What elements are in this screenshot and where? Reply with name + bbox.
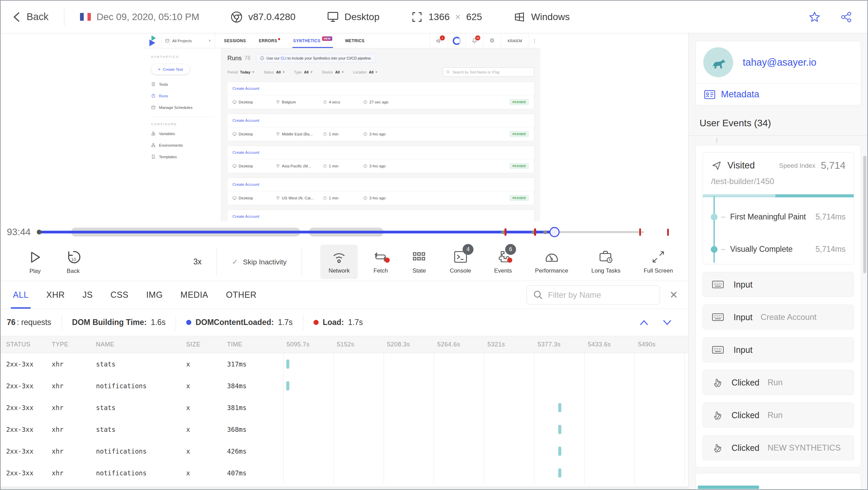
panel-state-button[interactable]: State [403, 245, 435, 279]
test-search[interactable] [443, 67, 534, 77]
run-name[interactable]: Create Account [227, 178, 534, 191]
tab-img[interactable]: IMG [146, 281, 163, 309]
event-item-clicked[interactable]: Clicked Run [703, 403, 854, 428]
panel-performance-button[interactable]: Performance [527, 245, 576, 279]
visited-event[interactable]: Visited Speed Index 5,714 /test-builder/… [703, 152, 854, 264]
run-name[interactable]: Create Account [227, 146, 534, 159]
full-screen-button[interactable]: Full Screen [636, 245, 681, 279]
sidebar-scrollbar[interactable] [863, 156, 866, 273]
share-icon[interactable] [840, 11, 852, 23]
filter-status[interactable]: StatusAll▼ [263, 70, 285, 74]
user-events-sidebar: tahay@asayer.io Metadata User Events (34… [688, 33, 868, 490]
event-item-clicked[interactable]: Clicked Run [703, 370, 854, 395]
run-card[interactable]: Create Account Desktop Belgium 4 secs 27… [227, 82, 534, 109]
metadata-button[interactable]: Metadata [696, 83, 861, 105]
event-item-clicked[interactable]: Clicked NEW SYNTHETICS [703, 435, 854, 460]
network-filter[interactable] [527, 285, 660, 305]
network-filter-input[interactable] [548, 290, 654, 300]
run-card[interactable]: Create Account Desktop Asia Pacific (M..… [227, 146, 534, 173]
event-item-input[interactable]: Input [703, 272, 854, 297]
tab-synthetics[interactable]: SYNTHETICSNEW [293, 33, 332, 48]
app-main-content: Runs 76 Use our CLI to include your Synt… [221, 48, 540, 221]
run-name[interactable]: Create Account [227, 114, 534, 127]
close-panel-button[interactable]: ✕ [670, 289, 678, 301]
timeline-track[interactable] [38, 221, 644, 243]
project-selector[interactable]: All Projects ▼ [161, 33, 215, 48]
sidebar-item-runs[interactable]: Runs [151, 94, 221, 98]
tab-xhr[interactable]: XHR [46, 281, 65, 309]
cli-link[interactable]: CLI [280, 56, 286, 60]
clipboard-icon [151, 82, 156, 86]
sidebar-item-variables[interactable]: Variables [151, 131, 221, 136]
tab-all[interactable]: ALL [13, 281, 29, 309]
error-marker[interactable] [534, 228, 536, 236]
network-request-row[interactable]: 2xx-3xx xhr notifications x 384ms [1, 375, 688, 397]
monitor-icon [232, 164, 237, 168]
network-request-row[interactable]: 2xx-3xx xhr notifications x 407ms [1, 462, 688, 484]
network-request-row[interactable]: 2xx-3xx xhr notifications x 426ms [1, 440, 688, 462]
jump-next-icon[interactable] [662, 318, 673, 327]
notifications-button[interactable]: 33 [465, 33, 483, 48]
run-card[interactable]: Create Account Desktop US West (N. Cal..… [227, 178, 534, 205]
test-search-input[interactable] [452, 70, 531, 74]
event-item-input[interactable]: Input [703, 337, 854, 362]
error-marker[interactable] [639, 228, 641, 236]
animal-avatar-icon [708, 53, 728, 71]
filter-location[interactable]: LocationAll▼ [353, 70, 378, 74]
play-button[interactable]: Play [27, 249, 43, 275]
skip-inactivity-toggle[interactable]: ✓ Skip Inactivity [232, 258, 287, 266]
header-timeline-tick: 5264.6s [434, 341, 484, 348]
hand-pointer-icon [712, 377, 722, 388]
announcements-count-badge: 1 [440, 35, 445, 40]
back-10s-button[interactable]: 10 Back [65, 249, 81, 275]
panel-events-button[interactable]: 6 Events [486, 245, 520, 279]
tab-sessions[interactable]: SESSIONS [224, 33, 246, 48]
network-request-row[interactable]: 2xx-3xx xhr stats x 368ms [1, 419, 688, 440]
project-icon [165, 38, 170, 43]
sidebar-item-manage-schedules[interactable]: Manage Schedules [151, 105, 221, 110]
panel-network-button[interactable]: Network [320, 245, 358, 279]
sidebar-item-tests[interactable]: Tests [151, 82, 221, 86]
tab-errors[interactable]: ERRORS [259, 33, 280, 48]
tab-metrics[interactable]: METRICS [345, 33, 365, 48]
clock-icon [363, 164, 367, 168]
tab-other[interactable]: OTHER [226, 281, 257, 309]
announcements-button[interactable]: 1 [430, 33, 448, 48]
event-marker[interactable] [543, 230, 547, 234]
filter-period[interactable]: PeriodToday▼ [227, 70, 255, 74]
search-icon [533, 290, 543, 300]
overflow-menu[interactable]: ⋮ [529, 33, 540, 48]
header-time: TIME [227, 341, 283, 348]
panel-long-tasks-button[interactable]: Long Tasks [583, 245, 629, 279]
filter-device[interactable]: DeviceAll▼ [322, 70, 344, 74]
network-request-row[interactable]: 2xx-3xx xhr stats x 317ms [1, 353, 688, 375]
cubes-icon [151, 131, 156, 136]
back-button[interactable]: Back [12, 11, 48, 23]
run-name[interactable]: Create Account [227, 210, 534, 221]
playback-speed-button[interactable]: 3x [193, 257, 202, 266]
panel-console-button[interactable]: 4 Console [441, 245, 479, 279]
create-test-button[interactable]: +Create Test [151, 64, 190, 75]
jump-previous-icon[interactable] [639, 318, 649, 327]
id-card-icon [704, 90, 716, 99]
favorite-star-icon[interactable] [808, 11, 821, 23]
sidebar-item-environments[interactable]: Environments [151, 143, 221, 147]
settings-button[interactable]: ⚙ [483, 33, 501, 48]
tab-js[interactable]: JS [82, 281, 93, 309]
network-request-row[interactable]: 2xx-3xx xhr stats x 381ms [1, 397, 688, 419]
run-name[interactable]: Create Account [227, 82, 534, 95]
user-menu[interactable]: KRAIEM [501, 33, 529, 48]
user-email-link[interactable]: tahay@asayer.io [743, 57, 816, 68]
tab-css[interactable]: CSS [110, 281, 128, 309]
run-card[interactable]: Create Account Desktop Middle East (Ba..… [227, 114, 534, 141]
error-marker[interactable] [504, 228, 507, 236]
tab-media[interactable]: MEDIA [180, 281, 208, 309]
run-card[interactable]: Create Account Desktop Canada (Central) … [227, 210, 534, 221]
horizontal-scrollbar-track[interactable] [1, 487, 688, 490]
event-item-input[interactable]: Input Create Account [703, 305, 854, 330]
back-label: Back [27, 11, 48, 22]
sidebar-item-templates[interactable]: Templates [151, 154, 221, 159]
panel-fetch-button[interactable]: Fetch [365, 245, 397, 279]
filter-type[interactable]: TypeAll▼ [294, 70, 313, 74]
playhead-handle[interactable] [549, 227, 560, 237]
